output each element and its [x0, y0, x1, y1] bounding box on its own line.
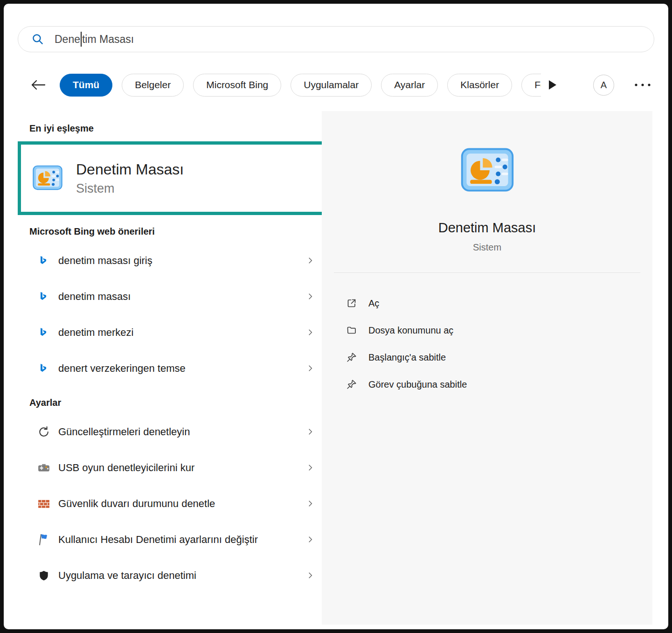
bing-icon [36, 291, 51, 302]
action-pin-to-taskbar[interactable]: Görev çubuğuna sabitle [322, 371, 652, 398]
user-avatar[interactable]: A [593, 75, 614, 96]
chevron-right-icon [306, 328, 314, 336]
settings-label: USB oyun denetleyicilerini kur [58, 461, 194, 475]
play-right-icon [548, 80, 557, 90]
ellipsis-icon [634, 83, 651, 87]
settings-result-item[interactable]: Uygulama ve tarayıcı denetimi [18, 557, 319, 593]
tab-fotograflar[interactable]: Fotoğraflar [521, 74, 541, 97]
action-open[interactable]: Aç [322, 290, 652, 317]
settings-label: Kullanıcı Hesabı Denetimi ayarlarını değ… [58, 533, 258, 547]
search-bar[interactable]: Denetim Masası [18, 26, 654, 52]
chevron-right-icon [306, 257, 314, 264]
settings-heading: Ayarlar [29, 397, 319, 408]
search-input[interactable]: Denetim Masası [55, 32, 134, 47]
folder-icon [346, 325, 357, 336]
tab-ayarlar[interactable]: Ayarlar [381, 74, 438, 97]
action-label: Görev çubuğuna sabitle [368, 379, 467, 390]
settings-label: Güncelleştirmeleri denetleyin [58, 425, 190, 439]
security-shield-icon [36, 570, 51, 582]
action-label: Aç [368, 298, 379, 309]
pin-icon [346, 379, 357, 390]
suggestion-label: denetim masası giriş [58, 254, 152, 268]
tab-klasorler[interactable]: Klasörler [447, 74, 512, 97]
suggestion-label: denert verzekeringen temse [58, 362, 186, 376]
search-icon [31, 33, 44, 46]
tab-microsoft-bing[interactable]: Microsoft Bing [193, 74, 281, 97]
chevron-right-icon [306, 292, 314, 300]
bing-suggestions-list: denetim masası giriş denetim masası dene [18, 243, 319, 386]
results-column: En iyi eşleşme [18, 111, 319, 593]
suggestion-label: denetim masası [58, 290, 131, 304]
tab-uygulamalar[interactable]: Uygulamalar [291, 74, 372, 97]
tab-tumu[interactable]: Tümü [60, 74, 112, 97]
settings-label: Güvenlik duvarı durumunu denetle [58, 497, 215, 511]
settings-results-list: Güncelleştirmeleri denetleyin U [18, 414, 319, 593]
sync-refresh-icon [36, 425, 51, 438]
chevron-right-icon [306, 536, 314, 543]
pin-icon [346, 352, 357, 363]
divider [334, 272, 640, 273]
chevron-right-icon [306, 428, 314, 436]
open-external-icon [346, 298, 357, 309]
preview-subtitle: Sistem [473, 242, 501, 253]
preview-title: Denetim Masası [438, 220, 536, 236]
bing-suggestion-item[interactable]: denetim masası giriş [18, 243, 319, 278]
best-match-subtitle: Sistem [76, 181, 184, 196]
firewall-brick-wall-icon [36, 497, 51, 511]
best-match-text: Denetim Masası Sistem [76, 161, 184, 196]
bing-suggestions-heading: Microsoft Bing web önerileri [29, 226, 319, 237]
chevron-right-icon [306, 571, 314, 579]
chevron-right-icon [306, 364, 314, 372]
search-value-after-caret: tim Masası [82, 33, 134, 46]
filter-tabs: Tümü Belgeler Microsoft Bing Uygulamalar… [60, 74, 541, 97]
back-arrow-icon [30, 79, 46, 91]
bing-suggestion-item[interactable]: denetim merkezi [18, 314, 319, 350]
windows-search-window: Denetim Masası Tümü Belgeler Microsoft B… [4, 4, 668, 629]
tabs-scroll-right-button[interactable] [548, 80, 557, 90]
settings-result-item[interactable]: Güncelleştirmeleri denetleyin [18, 414, 319, 450]
action-label: Dosya konumunu aç [368, 325, 453, 336]
search-value-before-caret: Dene [55, 33, 80, 46]
control-panel-icon-large [458, 142, 516, 202]
suggestion-label: denetim merkezi [58, 326, 133, 340]
settings-label: Uygulama ve tarayıcı denetimi [58, 569, 196, 583]
filter-row: Tümü Belgeler Microsoft Bing Uygulamalar… [29, 72, 651, 98]
preview-panel: Denetim Masası Sistem Aç Dosya [322, 111, 652, 625]
chevron-right-icon [306, 464, 314, 472]
bing-icon [36, 255, 51, 266]
preview-actions: Aç Dosya konumunu aç Başlangıç'a sabi [322, 290, 652, 398]
text-caret [81, 32, 82, 47]
settings-result-item[interactable]: Kullanıcı Hesabı Denetimi ayarlarını değ… [18, 522, 319, 557]
bing-icon [36, 327, 51, 338]
control-panel-icon [31, 162, 64, 195]
back-button[interactable] [29, 76, 48, 94]
bing-suggestion-item[interactable]: denert verzekeringen temse [18, 350, 319, 386]
game-controller-icon [36, 461, 51, 475]
action-open-file-location[interactable]: Dosya konumunu aç [322, 317, 652, 344]
bing-icon [36, 363, 51, 374]
settings-result-item[interactable]: Güvenlik duvarı durumunu denetle [18, 486, 319, 522]
best-match-heading: En iyi eşleşme [29, 123, 319, 134]
more-options-button[interactable] [634, 83, 651, 87]
best-match-title: Denetim Masası [76, 161, 184, 178]
action-label: Başlangıç'a sabitle [368, 352, 446, 363]
best-match-result[interactable]: Denetim Masası Sistem [18, 141, 354, 215]
chevron-right-icon [306, 500, 314, 508]
bing-suggestion-item[interactable]: denetim masası [18, 278, 319, 314]
action-pin-to-start[interactable]: Başlangıç'a sabitle [322, 344, 652, 371]
tab-belgeler[interactable]: Belgeler [122, 74, 184, 97]
settings-result-item[interactable]: USB oyun denetleyicilerini kur [18, 450, 319, 486]
uac-flag-icon [36, 533, 51, 547]
